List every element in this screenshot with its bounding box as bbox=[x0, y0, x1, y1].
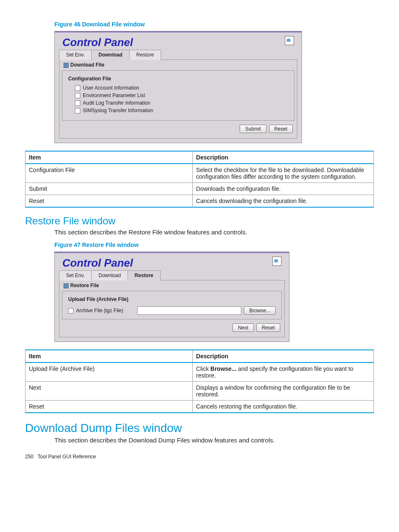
th-item: Item bbox=[26, 151, 193, 164]
table-row: Next Displays a window for confirming th… bbox=[26, 382, 374, 401]
button-row: Submit Reset bbox=[62, 121, 294, 134]
checkbox-icon[interactable] bbox=[75, 108, 80, 113]
tab-download[interactable]: Download bbox=[91, 270, 128, 280]
cell-item: Reset bbox=[26, 401, 193, 413]
download-dump-heading: Download Dump Files window bbox=[25, 421, 374, 435]
control-panel-title: Control Panel bbox=[62, 257, 133, 270]
upload-file-label: Upload File (Archive File) bbox=[68, 296, 276, 302]
cell-item: Next bbox=[26, 382, 193, 401]
table-row: Upload File (Archive File) Click Browse.… bbox=[26, 362, 374, 382]
cell-desc: Displays a window for confirming the con… bbox=[192, 382, 373, 401]
cell-item: Submit bbox=[26, 183, 193, 195]
tab-restore[interactable]: Restore bbox=[129, 50, 161, 60]
th-item: Item bbox=[26, 350, 193, 362]
download-dump-desc: This section describes the Download Dump… bbox=[54, 437, 374, 444]
table-row: Reset Cancels restoring the configuratio… bbox=[26, 401, 374, 413]
restore-file-heading: Restore File window bbox=[25, 215, 374, 227]
button-row: Next Reset bbox=[62, 319, 282, 333]
check-label: Audit Log Transfer Information bbox=[83, 100, 150, 106]
archive-file-label: Archive File (tgz File) bbox=[76, 308, 135, 314]
cell-desc: Cancels restoring the configuration file… bbox=[192, 401, 373, 413]
help-icon[interactable] bbox=[285, 36, 294, 45]
config-file-box: Configuration File User Account Informat… bbox=[62, 70, 294, 121]
checkbox-icon[interactable] bbox=[75, 93, 80, 98]
check-audit-log[interactable]: Audit Log Transfer Information bbox=[68, 99, 288, 107]
cell-item: Configuration File bbox=[26, 164, 193, 183]
tab-body: Download File Configuration File User Ac… bbox=[59, 59, 297, 139]
figure47-caption: Figure 47 Restore File window bbox=[54, 242, 374, 248]
tab-download[interactable]: Download bbox=[91, 50, 129, 60]
restore-file-desc: This section describes the Restore File … bbox=[54, 229, 374, 236]
table-row: Configuration File Select the checkbox f… bbox=[26, 164, 374, 183]
tab-set-env[interactable]: Set Env. bbox=[59, 50, 92, 60]
browse-button[interactable]: Browse... bbox=[244, 306, 276, 315]
cell-desc: Click Browse... and specify the configur… bbox=[192, 362, 373, 382]
check-label: Environment Parameter List bbox=[83, 93, 145, 98]
tab-bar: Set Env. Download Restore bbox=[55, 270, 289, 280]
table-row: Submit Downloads the configuration file. bbox=[26, 183, 374, 195]
upload-file-box: Upload File (Archive File) Archive File … bbox=[62, 291, 282, 319]
subtab-restore-file: Restore File bbox=[62, 282, 282, 291]
archive-file-row: Archive File (tgz File) Browse... bbox=[68, 305, 276, 315]
check-label: User Account Information bbox=[83, 85, 139, 91]
tab-body: Restore File Upload File (Archive File) … bbox=[59, 280, 285, 337]
subtab-label-text: Download File bbox=[70, 62, 104, 68]
tab-bar: Set Env. Download Restore bbox=[55, 50, 302, 60]
subtab-label-text: Restore File bbox=[70, 283, 99, 288]
check-label: SIMSyslog Transfer Information bbox=[83, 108, 153, 113]
reset-button[interactable]: Reset bbox=[269, 125, 293, 133]
checkbox-icon[interactable] bbox=[75, 100, 80, 106]
config-file-label: Configuration File bbox=[68, 76, 288, 82]
chapter-name: Tool Panel GUI Reference bbox=[38, 454, 96, 460]
page-footer: 250 Tool Panel GUI Reference bbox=[25, 454, 374, 460]
square-icon bbox=[64, 63, 69, 68]
cell-item: Upload File (Archive File) bbox=[26, 362, 193, 382]
check-user-account[interactable]: User Account Information bbox=[68, 84, 288, 92]
subtab-download-file: Download File bbox=[62, 61, 294, 70]
download-file-panel: Control Panel Set Env. Download Restore … bbox=[54, 31, 302, 143]
cell-desc: Cancels downloading the configuration fi… bbox=[192, 195, 373, 208]
checkbox-icon[interactable] bbox=[68, 308, 74, 314]
next-button[interactable]: Next bbox=[233, 324, 254, 332]
check-env-param[interactable]: Environment Parameter List bbox=[68, 92, 288, 99]
tab-restore[interactable]: Restore bbox=[128, 270, 161, 280]
figure46-caption: Figure 46 Download File window bbox=[54, 21, 374, 28]
cell-desc: Downloads the configuration file. bbox=[192, 183, 373, 195]
cell-item: Reset bbox=[26, 195, 193, 208]
submit-button[interactable]: Submit bbox=[240, 125, 266, 133]
download-file-table: Item Description Configuration File Sele… bbox=[25, 151, 374, 208]
file-path-input[interactable] bbox=[137, 306, 241, 315]
control-panel-title: Control Panel bbox=[62, 36, 133, 49]
check-simsyslog[interactable]: SIMSyslog Transfer Information bbox=[68, 107, 288, 114]
restore-file-panel: Control Panel Set Env. Download Restore … bbox=[54, 252, 289, 342]
th-description: Description bbox=[192, 350, 373, 362]
square-icon bbox=[64, 283, 69, 288]
cell-desc: Select the checkbox for the file to be d… bbox=[192, 164, 373, 183]
checkbox-icon[interactable] bbox=[75, 85, 80, 91]
table-row: Reset Cancels downloading the configurat… bbox=[26, 195, 374, 208]
restore-file-table: Item Description Upload File (Archive Fi… bbox=[25, 350, 374, 413]
th-description: Description bbox=[192, 151, 373, 164]
reset-button[interactable]: Reset bbox=[256, 324, 280, 332]
help-icon[interactable] bbox=[272, 257, 281, 266]
tab-set-env[interactable]: Set Env. bbox=[59, 270, 92, 280]
page-number: 250 bbox=[25, 454, 33, 460]
